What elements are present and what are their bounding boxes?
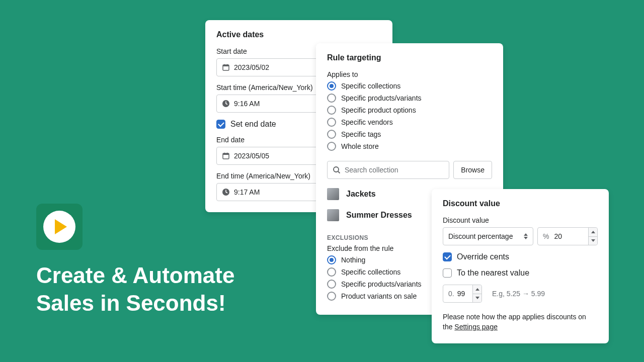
collection-name: Jackets bbox=[346, 190, 376, 199]
updown-icon bbox=[524, 233, 528, 239]
applies-to-option[interactable]: Specific products/variants bbox=[327, 94, 492, 103]
exclude-label: Product variants on sale bbox=[341, 292, 417, 300]
collection-thumbnail bbox=[327, 209, 339, 221]
svg-point-10 bbox=[334, 167, 339, 172]
clock-icon bbox=[222, 100, 230, 108]
applies-to-option[interactable]: Specific tags bbox=[327, 130, 492, 139]
collection-thumbnail bbox=[327, 188, 339, 200]
override-cents-checkbox[interactable] bbox=[443, 252, 452, 261]
exclude-label: Nothing bbox=[341, 256, 365, 264]
svg-line-11 bbox=[338, 171, 340, 173]
calendar-icon bbox=[222, 63, 230, 71]
discount-note: Please note how the app applies discount… bbox=[443, 312, 598, 332]
applies-to-group: Specific collectionsSpecific products/va… bbox=[327, 81, 492, 151]
applies-to-option[interactable]: Specific product options bbox=[327, 106, 492, 115]
end-date-value: 2023/05/05 bbox=[234, 152, 269, 160]
card-title: Discount value bbox=[443, 199, 598, 208]
svg-rect-8 bbox=[227, 153, 228, 154]
applies-to-label: Specific tags bbox=[341, 130, 381, 138]
radio-icon bbox=[327, 255, 336, 264]
applies-to-label: Specific products/variants bbox=[341, 94, 422, 102]
search-collection-input[interactable]: Search collection bbox=[327, 161, 449, 179]
applies-to-label: Whole store bbox=[341, 142, 379, 150]
start-time-value: 9:16 AM bbox=[234, 100, 260, 108]
card-title: Rule targeting bbox=[327, 53, 492, 62]
radio-icon bbox=[327, 118, 336, 127]
nearest-value-label: To the nearest value bbox=[457, 268, 529, 278]
calendar-icon bbox=[222, 152, 230, 160]
play-icon bbox=[43, 211, 75, 243]
settings-page-link[interactable]: Settings page bbox=[454, 323, 498, 331]
set-end-date-checkbox[interactable] bbox=[216, 120, 225, 129]
end-time-value: 9:17 AM bbox=[234, 188, 260, 196]
discount-value-card: Discount value Discount value Discount p… bbox=[432, 189, 609, 343]
radio-icon bbox=[327, 130, 336, 139]
svg-rect-6 bbox=[223, 153, 229, 155]
radio-icon bbox=[327, 81, 336, 90]
hero-headline: Create & Automate Sales in Seconds! bbox=[36, 261, 234, 317]
svg-rect-2 bbox=[224, 64, 225, 66]
radio-icon bbox=[327, 106, 336, 115]
applies-to-label: Applies to bbox=[327, 70, 492, 78]
set-end-date-label: Set end date bbox=[230, 120, 276, 129]
radio-icon bbox=[327, 280, 336, 289]
override-cents-label: Override cents bbox=[457, 252, 509, 261]
applies-to-option[interactable]: Whole store bbox=[327, 142, 492, 151]
svg-rect-3 bbox=[227, 64, 228, 66]
unit-label: % bbox=[543, 232, 549, 240]
applies-to-label: Specific product options bbox=[341, 106, 416, 114]
search-placeholder: Search collection bbox=[345, 166, 398, 174]
cents-example: E.g, 5.25 → 5.99 bbox=[492, 290, 545, 298]
browse-button[interactable]: Browse bbox=[453, 161, 492, 179]
start-date-value: 2023/05/02 bbox=[234, 63, 269, 71]
exclude-label: Specific products/variants bbox=[341, 280, 422, 288]
clock-icon bbox=[222, 188, 230, 196]
search-icon bbox=[333, 166, 341, 174]
applies-to-option[interactable]: Specific vendors bbox=[327, 118, 492, 127]
radio-icon bbox=[327, 267, 336, 277]
card-title: Active dates bbox=[216, 30, 381, 39]
applies-to-label: Specific collections bbox=[341, 82, 400, 90]
applies-to-option[interactable]: Specific collections bbox=[327, 81, 492, 90]
discount-type-select[interactable]: Discount percentage bbox=[443, 227, 533, 245]
nearest-value-checkbox[interactable] bbox=[443, 268, 452, 278]
radio-icon bbox=[327, 292, 336, 301]
svg-rect-1 bbox=[223, 65, 229, 66]
amount-stepper[interactable] bbox=[588, 228, 597, 245]
radio-icon bbox=[327, 142, 336, 151]
radio-icon bbox=[327, 94, 336, 103]
svg-rect-7 bbox=[224, 153, 225, 154]
exclude-label: Specific collections bbox=[341, 268, 400, 276]
collection-name: Summer Dresses bbox=[346, 211, 412, 220]
app-logo bbox=[36, 204, 83, 250]
cents-stepper[interactable] bbox=[472, 285, 481, 302]
discount-value-label: Discount value bbox=[443, 216, 598, 224]
applies-to-label: Specific vendors bbox=[341, 118, 393, 126]
